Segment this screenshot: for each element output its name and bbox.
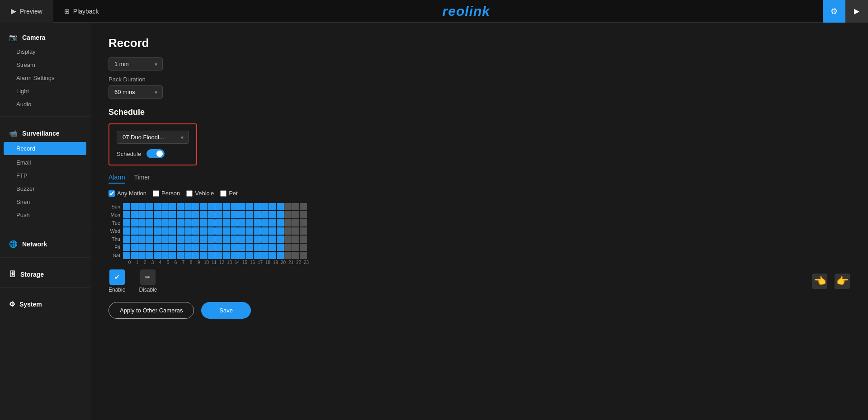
grid-cell[interactable]: [131, 227, 138, 235]
grid-cell[interactable]: [154, 203, 161, 210]
grid-cell[interactable]: [138, 211, 146, 218]
grid-cell[interactable]: [192, 252, 199, 259]
grid-cell[interactable]: [138, 244, 146, 251]
grid-cell[interactable]: [192, 244, 199, 251]
grid-cell[interactable]: [254, 236, 261, 243]
grid-cell[interactable]: [215, 227, 222, 235]
grid-cell[interactable]: [161, 244, 169, 251]
grid-cell[interactable]: [269, 252, 276, 259]
grid-cell[interactable]: [215, 244, 222, 251]
system-section-title[interactable]: ⚙ System: [0, 297, 90, 312]
sidebar-item-audio[interactable]: Audio: [0, 98, 90, 111]
grid-cell[interactable]: [123, 211, 130, 218]
grid-cell[interactable]: [154, 219, 161, 227]
camera-select[interactable]: 07 Duo Floodi... 01 Camera 02 Camera: [117, 131, 189, 144]
grid-cell[interactable]: [146, 219, 153, 227]
grid-cell[interactable]: [223, 236, 230, 243]
grid-cell[interactable]: [161, 252, 169, 259]
duration-select[interactable]: 1 min 2 min 5 min: [108, 57, 163, 71]
sidebar-item-push[interactable]: Push: [0, 208, 90, 222]
grid-cell[interactable]: [146, 236, 153, 243]
grid-cell[interactable]: [231, 252, 238, 259]
grid-cell[interactable]: [215, 211, 222, 218]
grid-cell[interactable]: [231, 203, 238, 210]
grid-cell[interactable]: [161, 227, 169, 235]
grid-cell[interactable]: [254, 211, 261, 218]
grid-cell[interactable]: [169, 227, 176, 235]
grid-cell[interactable]: [246, 211, 253, 218]
grid-cell[interactable]: [269, 244, 276, 251]
grid-cell[interactable]: [223, 227, 230, 235]
grid-cell[interactable]: [208, 252, 215, 259]
grid-cell[interactable]: [208, 219, 215, 227]
grid-cell[interactable]: [254, 227, 261, 235]
grid-cell[interactable]: [277, 244, 284, 251]
grid-cell[interactable]: [177, 244, 184, 251]
grid-cell[interactable]: [254, 252, 261, 259]
grid-cell[interactable]: [238, 244, 245, 251]
grid-cell[interactable]: [231, 244, 238, 251]
grid-cell[interactable]: [261, 219, 269, 227]
sidebar-item-ftp[interactable]: FTP: [0, 169, 90, 182]
grid-cell[interactable]: [277, 227, 284, 235]
grid-cell[interactable]: [200, 203, 207, 210]
grid-cell[interactable]: [223, 252, 230, 259]
grid-cell[interactable]: [131, 244, 138, 251]
tab-timer[interactable]: Timer: [134, 174, 150, 184]
storage-section-title[interactable]: 🗄 Storage: [0, 267, 90, 282]
grid-cell[interactable]: [292, 244, 299, 251]
grid-cell[interactable]: [238, 227, 245, 235]
grid-cell[interactable]: [246, 236, 253, 243]
grid-cell[interactable]: [215, 252, 222, 259]
grid-cell[interactable]: [123, 252, 130, 259]
grid-cell[interactable]: [223, 203, 230, 210]
grid-cell[interactable]: [208, 236, 215, 243]
grid-cell[interactable]: [184, 236, 192, 243]
checkbox-pet[interactable]: Pet: [220, 190, 238, 197]
grid-cell[interactable]: [169, 203, 176, 210]
grid-cell[interactable]: [231, 211, 238, 218]
grid-cell[interactable]: [246, 252, 253, 259]
grid-cell[interactable]: [208, 211, 215, 218]
grid-cell[interactable]: [200, 236, 207, 243]
grid-cell[interactable]: [177, 252, 184, 259]
grid-cell[interactable]: [231, 227, 238, 235]
grid-cell[interactable]: [223, 211, 230, 218]
grid-cell[interactable]: [138, 236, 146, 243]
grid-cell[interactable]: [184, 219, 192, 227]
grid-cell[interactable]: [184, 252, 192, 259]
grid-cell[interactable]: [131, 252, 138, 259]
grid-cell[interactable]: [161, 211, 169, 218]
grid-cell[interactable]: [184, 203, 192, 210]
grid-cell[interactable]: [300, 236, 307, 243]
grid-cell[interactable]: [277, 236, 284, 243]
grid-cell[interactable]: [277, 211, 284, 218]
checkbox-person[interactable]: Person: [153, 190, 180, 197]
grid-cell[interactable]: [246, 244, 253, 251]
grid-cell[interactable]: [277, 203, 284, 210]
grid-cell[interactable]: [192, 227, 199, 235]
grid-cell[interactable]: [123, 227, 130, 235]
grid-cell[interactable]: [284, 203, 292, 210]
grid-cell[interactable]: [238, 252, 245, 259]
grid-cell[interactable]: [161, 219, 169, 227]
grid-cell[interactable]: [223, 244, 230, 251]
apply-other-cameras-button[interactable]: Apply to Other Cameras: [108, 302, 194, 319]
grid-cell[interactable]: [177, 219, 184, 227]
grid-cell[interactable]: [177, 211, 184, 218]
grid-cell[interactable]: [269, 203, 276, 210]
grid-cell[interactable]: [284, 227, 292, 235]
camera-section-title[interactable]: 📷 Camera: [0, 30, 90, 45]
pack-duration-select[interactable]: 60 mins 30 mins 15 mins: [108, 85, 163, 99]
grid-cell[interactable]: [292, 252, 299, 259]
grid-cell[interactable]: [161, 203, 169, 210]
grid-cell[interactable]: [269, 219, 276, 227]
grid-cell[interactable]: [146, 203, 153, 210]
grid-cell[interactable]: [169, 211, 176, 218]
grid-cell[interactable]: [146, 227, 153, 235]
grid-cell[interactable]: [154, 244, 161, 251]
grid-cell[interactable]: [300, 219, 307, 227]
grid-cell[interactable]: [169, 252, 176, 259]
sidebar-item-display[interactable]: Display: [0, 45, 90, 58]
grid-cell[interactable]: [300, 211, 307, 218]
